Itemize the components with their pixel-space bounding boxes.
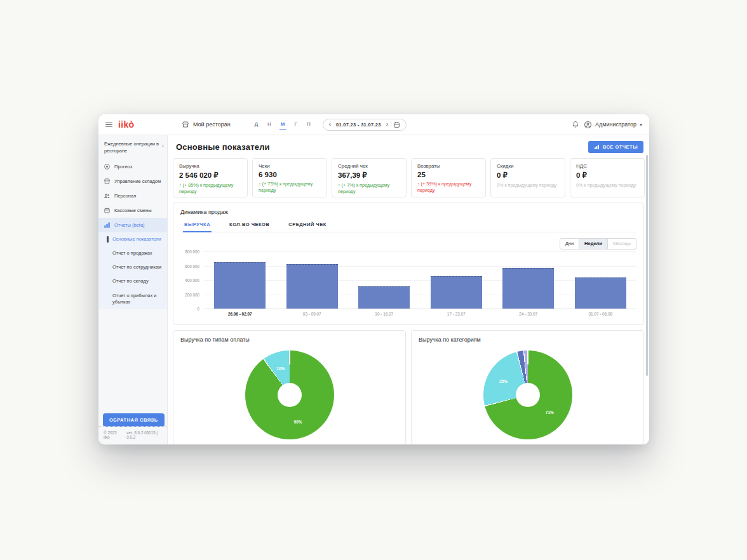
kpi-value: 0 ₽	[576, 171, 638, 180]
period-shortcut-М[interactable]: М	[279, 119, 286, 130]
sales-bar-plot[interactable]	[204, 251, 636, 309]
kpi-card: НДС0 ₽0% к предыдущему периоду	[570, 158, 645, 197]
app-window: iikò Мой ресторан ДНМГП ‹ 01.07.23 - 31.…	[98, 114, 649, 444]
kpi-card: Выручка2 546 020 ₽↑ (+ 85%) к предыдущем…	[173, 158, 248, 197]
categories-donut-chart[interactable]: 71%25%	[483, 350, 572, 439]
metric-tabs: ВЫРУЧКАКОЛ-ВО ЧЕКОВСРЕДНИЙ ЧЕК	[180, 220, 636, 232]
sidebar-item[interactable]: Управление складом	[98, 174, 167, 189]
pie-slice-label: 90%	[294, 419, 302, 423]
kpi-delta: 0% к предыдущему периоду	[576, 182, 638, 189]
categories-card: Выручка по категориям 71%25%	[411, 330, 644, 444]
prev-period-icon[interactable]: ‹	[329, 121, 331, 128]
date-range-label: 01.07.23 - 31.07.23	[336, 122, 381, 128]
kpi-label: Скидки	[497, 163, 559, 169]
sales-dynamics-card: Динамика продаж ВЫРУЧКАКОЛ-ВО ЧЕКОВСРЕДН…	[173, 203, 644, 325]
warehouse-icon	[104, 178, 111, 185]
window-body: Ежедневные операции в ресторане ‹ Прогно…	[98, 135, 649, 444]
pie-slice-label: 10%	[276, 366, 285, 371]
kpi-delta: ↑ (+ 39%) к предыдущему периоду	[417, 181, 480, 194]
pie-slice-label: 25%	[499, 378, 508, 383]
x-tick-label: 10 - 16.07	[348, 312, 421, 316]
granularity-toggle: ДниНеделиМесяцы	[560, 236, 636, 250]
calendar-icon[interactable]	[393, 121, 400, 128]
next-period-icon[interactable]: ›	[386, 121, 388, 128]
forecast-icon	[104, 163, 111, 170]
revenue-bar[interactable]	[502, 268, 554, 309]
sidebar-item[interactable]: Отчеты (beta)	[98, 218, 167, 232]
restaurant-selector[interactable]: Мой ресторан	[182, 121, 231, 128]
sidebar-section-header: Ежедневные операции в ресторане ‹	[98, 135, 167, 159]
sidebar-item[interactable]: Персонал	[98, 189, 167, 203]
topbar-right: Администратор ▾	[572, 121, 642, 129]
sidebar-subitem[interactable]: Отчет по складу	[98, 274, 167, 288]
revenue-bar[interactable]	[431, 276, 482, 309]
bar-slot	[492, 251, 565, 309]
period-shortcut-Н[interactable]: Н	[266, 119, 273, 130]
donut-chart-surface[interactable]	[245, 350, 334, 439]
period-shortcut-group: ДНМГП	[253, 119, 312, 130]
bar-slot	[421, 251, 493, 309]
reports-icon	[104, 222, 111, 229]
kpi-delta: 0% к предыдущему периоду	[497, 182, 559, 189]
desktop-background: iikò Мой ресторан ДНМГП ‹ 01.07.23 - 31.…	[0, 0, 747, 560]
user-name: Администратор	[595, 121, 636, 128]
period-shortcut-Г[interactable]: Г	[293, 119, 299, 130]
tab-средний чек[interactable]: СРЕДНИЙ ЧЕК	[287, 220, 327, 232]
payment-types-donut-chart[interactable]: 90%10%	[245, 350, 334, 439]
granularity-дни[interactable]: Дни	[560, 238, 579, 250]
pie-charts-row: Выручка по типам оплаты 90%10% Выручка п…	[173, 330, 644, 444]
kpi-value: 367,39 ₽	[338, 171, 400, 180]
bar-slot	[348, 251, 421, 309]
granularity-недели[interactable]: Недели	[579, 238, 608, 250]
period-shortcut-П[interactable]: П	[306, 119, 312, 130]
sidebar-item[interactable]: Прогноз	[98, 159, 167, 174]
sidebar-section-title: Ежедневные операции в ресторане	[104, 141, 159, 154]
sidebar-reports-item: Отчеты (beta)	[98, 218, 167, 232]
topbar: iikò Мой ресторан ДНМГП ‹ 01.07.23 - 31.…	[98, 114, 649, 135]
main-header: Основные показатели ВСЕ ОТЧЕТЫ	[176, 141, 643, 153]
sidebar-item-label: Кассовые смены	[114, 208, 152, 213]
all-reports-button[interactable]: ВСЕ ОТЧЕТЫ	[588, 141, 643, 153]
menu-icon[interactable]	[105, 121, 112, 129]
sidebar-collapse-icon[interactable]: ‹	[162, 141, 164, 154]
storefront-icon	[182, 121, 189, 128]
sidebar-subitem[interactable]: Отчет о прибылях и убытках	[98, 289, 167, 309]
iiko-logo: iikò	[118, 119, 134, 130]
gridline	[204, 309, 636, 309]
topbar-left: iikò	[105, 119, 168, 130]
sidebar-item-label: Управление складом	[114, 178, 161, 184]
sidebar-subitem[interactable]: Отчет по сотрудникам	[98, 260, 167, 274]
kpi-cards-row: Выручка2 546 020 ₽↑ (+ 85%) к предыдущем…	[173, 158, 644, 197]
x-tick-label: 24 - 30.07	[492, 312, 565, 316]
y-tick-label: 200 000	[185, 292, 199, 297]
sidebar-subitem[interactable]: Отчет о продажах	[98, 246, 167, 260]
sidebar: Ежедневные операции в ресторане ‹ Прогно…	[98, 135, 168, 444]
y-tick-label: 600 000	[185, 263, 199, 268]
revenue-bar[interactable]	[286, 264, 338, 309]
sidebar-item[interactable]: Кассовые смены	[98, 203, 167, 218]
kpi-delta: ↑ (+ 7%) к предыдущему периоду	[338, 182, 400, 195]
kpi-card: Возвраты25↑ (+ 39%) к предыдущему период…	[411, 158, 486, 197]
categories-title: Выручка по категориям	[419, 337, 636, 343]
payment-types-card: Выручка по типам оплаты 90%10%	[173, 330, 406, 444]
user-avatar-icon	[584, 121, 592, 129]
bar-slot	[276, 251, 349, 309]
kpi-value: 25	[417, 171, 480, 178]
revenue-bar[interactable]	[575, 277, 626, 309]
revenue-bar[interactable]	[214, 262, 266, 309]
y-tick-label: 800 000	[185, 250, 199, 254]
user-menu[interactable]: Администратор ▾	[584, 121, 642, 129]
feedback-button[interactable]: ОБРАТНАЯ СВЯЗЬ	[103, 413, 165, 427]
tab-кол-во чеков[interactable]: КОЛ-ВО ЧЕКОВ	[228, 220, 271, 232]
notifications-bell-icon[interactable]	[572, 121, 579, 128]
tab-выручка[interactable]: ВЫРУЧКА	[183, 220, 212, 232]
x-tick-label: 31.07 - 06.08	[565, 312, 637, 316]
kpi-label: Средний чек	[338, 163, 400, 169]
donut-chart-surface[interactable]	[483, 350, 572, 439]
sidebar-subitem[interactable]: Основные показатели	[98, 232, 167, 246]
period-shortcut-Д[interactable]: Д	[253, 119, 259, 130]
pie-slice-label: 71%	[546, 410, 554, 415]
date-range-picker: ‹ 01.07.23 - 31.07.23 ›	[323, 119, 407, 131]
vertical-scrollbar[interactable]	[646, 155, 648, 376]
revenue-bar[interactable]	[358, 286, 410, 309]
